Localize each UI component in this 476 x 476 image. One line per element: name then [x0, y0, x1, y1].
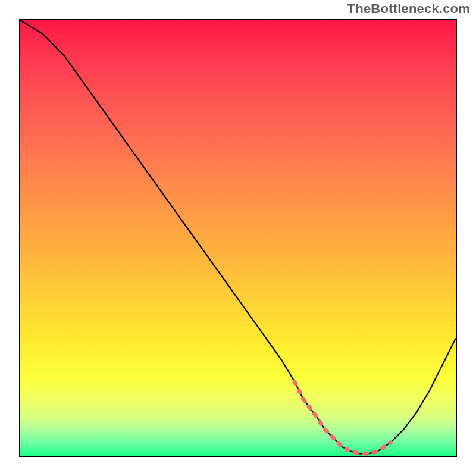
watermark-text: TheBottleneck.com: [347, 1, 470, 17]
chart-plot-area: [19, 19, 457, 457]
bottleneck-curve: [20, 20, 456, 456]
